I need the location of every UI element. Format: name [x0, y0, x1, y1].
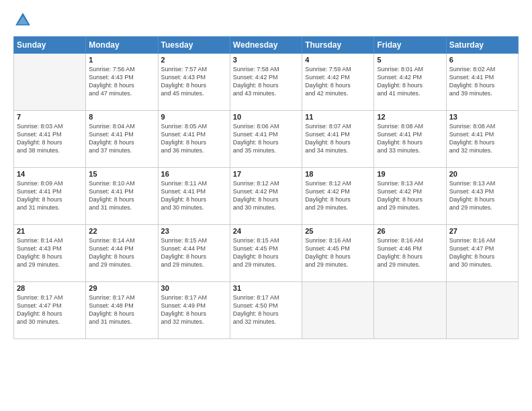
day-info: Sunrise: 8:15 AMSunset: 4:44 PMDaylight:… [161, 236, 227, 269]
day-cell: 22Sunrise: 8:14 AMSunset: 4:44 PMDayligh… [86, 225, 158, 282]
day-number: 6 [449, 56, 515, 64]
day-number: 16 [161, 170, 227, 178]
day-cell: 31Sunrise: 8:17 AMSunset: 4:50 PMDayligh… [230, 282, 302, 339]
day-number: 26 [377, 227, 443, 235]
week-row-4: 21Sunrise: 8:14 AMSunset: 4:43 PMDayligh… [14, 225, 519, 282]
day-cell: 20Sunrise: 8:13 AMSunset: 4:43 PMDayligh… [446, 168, 518, 225]
col-header-thursday: Thursday [302, 37, 374, 54]
col-header-saturday: Saturday [446, 37, 518, 54]
day-cell: 19Sunrise: 8:13 AMSunset: 4:42 PMDayligh… [374, 168, 446, 225]
calendar-body: 1Sunrise: 7:56 AMSunset: 4:43 PMDaylight… [14, 54, 519, 339]
day-info: Sunrise: 8:17 AMSunset: 4:49 PMDaylight:… [161, 293, 227, 326]
day-info: Sunrise: 8:16 AMSunset: 4:47 PMDaylight:… [449, 236, 515, 269]
day-cell: 14Sunrise: 8:09 AMSunset: 4:41 PMDayligh… [14, 168, 86, 225]
day-number: 19 [377, 170, 443, 178]
day-number: 28 [17, 284, 83, 292]
day-cell: 25Sunrise: 8:16 AMSunset: 4:45 PMDayligh… [302, 225, 374, 282]
day-cell: 28Sunrise: 8:17 AMSunset: 4:47 PMDayligh… [14, 282, 86, 339]
calendar-header: SundayMondayTuesdayWednesdayThursdayFrid… [14, 37, 519, 54]
day-info: Sunrise: 8:15 AMSunset: 4:45 PMDaylight:… [233, 236, 299, 269]
logo [13, 11, 35, 30]
day-info: Sunrise: 8:04 AMSunset: 4:41 PMDaylight:… [89, 122, 154, 155]
day-number: 7 [17, 113, 83, 121]
day-number: 2 [161, 56, 227, 64]
day-cell: 16Sunrise: 8:11 AMSunset: 4:41 PMDayligh… [158, 168, 230, 225]
col-header-tuesday: Tuesday [158, 37, 230, 54]
day-number: 12 [377, 113, 443, 121]
day-cell: 30Sunrise: 8:17 AMSunset: 4:49 PMDayligh… [158, 282, 230, 339]
day-info: Sunrise: 8:17 AMSunset: 4:50 PMDaylight:… [233, 293, 299, 326]
day-cell: 1Sunrise: 7:56 AMSunset: 4:43 PMDaylight… [86, 54, 158, 111]
week-row-2: 7Sunrise: 8:03 AMSunset: 4:41 PMDaylight… [14, 111, 519, 168]
day-cell: 23Sunrise: 8:15 AMSunset: 4:44 PMDayligh… [158, 225, 230, 282]
day-info: Sunrise: 8:16 AMSunset: 4:45 PMDaylight:… [305, 236, 371, 269]
day-cell [446, 282, 518, 339]
day-number: 25 [305, 227, 371, 235]
day-number: 13 [449, 113, 515, 121]
day-info: Sunrise: 8:14 AMSunset: 4:43 PMDaylight:… [17, 236, 83, 269]
day-cell [14, 54, 86, 111]
day-info: Sunrise: 8:06 AMSunset: 4:41 PMDaylight:… [233, 122, 299, 155]
week-row-3: 14Sunrise: 8:09 AMSunset: 4:41 PMDayligh… [14, 168, 519, 225]
day-info: Sunrise: 8:16 AMSunset: 4:46 PMDaylight:… [377, 236, 443, 269]
day-number: 10 [233, 113, 299, 121]
day-info: Sunrise: 8:17 AMSunset: 4:47 PMDaylight:… [17, 293, 83, 326]
day-number: 20 [449, 170, 515, 178]
day-info: Sunrise: 8:14 AMSunset: 4:44 PMDaylight:… [89, 236, 154, 269]
calendar-table: SundayMondayTuesdayWednesdayThursdayFrid… [13, 36, 519, 339]
day-number: 1 [89, 56, 154, 64]
day-cell: 5Sunrise: 8:01 AMSunset: 4:42 PMDaylight… [374, 54, 446, 111]
day-cell [302, 282, 374, 339]
col-header-wednesday: Wednesday [230, 37, 302, 54]
day-cell: 11Sunrise: 8:07 AMSunset: 4:41 PMDayligh… [302, 111, 374, 168]
day-cell: 17Sunrise: 8:12 AMSunset: 4:42 PMDayligh… [230, 168, 302, 225]
day-cell: 9Sunrise: 8:05 AMSunset: 4:41 PMDaylight… [158, 111, 230, 168]
col-header-friday: Friday [374, 37, 446, 54]
day-info: Sunrise: 7:57 AMSunset: 4:43 PMDaylight:… [161, 65, 227, 98]
day-number: 8 [89, 113, 154, 121]
day-cell: 15Sunrise: 8:10 AMSunset: 4:41 PMDayligh… [86, 168, 158, 225]
col-header-monday: Monday [86, 37, 158, 54]
day-info: Sunrise: 8:02 AMSunset: 4:41 PMDaylight:… [449, 65, 515, 98]
day-info: Sunrise: 8:08 AMSunset: 4:41 PMDaylight:… [449, 122, 515, 155]
day-number: 31 [233, 284, 299, 292]
logo-icon [13, 11, 32, 30]
day-cell: 29Sunrise: 8:17 AMSunset: 4:48 PMDayligh… [86, 282, 158, 339]
day-number: 29 [89, 284, 154, 292]
day-number: 22 [89, 227, 154, 235]
day-number: 3 [233, 56, 299, 64]
day-cell: 4Sunrise: 7:59 AMSunset: 4:42 PMDaylight… [302, 54, 374, 111]
day-cell [374, 282, 446, 339]
day-number: 27 [449, 227, 515, 235]
day-cell: 24Sunrise: 8:15 AMSunset: 4:45 PMDayligh… [230, 225, 302, 282]
day-number: 11 [305, 113, 371, 121]
day-info: Sunrise: 8:08 AMSunset: 4:41 PMDaylight:… [377, 122, 443, 155]
day-info: Sunrise: 8:09 AMSunset: 4:41 PMDaylight:… [17, 179, 83, 212]
week-row-5: 28Sunrise: 8:17 AMSunset: 4:47 PMDayligh… [14, 282, 519, 339]
day-number: 23 [161, 227, 227, 235]
day-cell: 12Sunrise: 8:08 AMSunset: 4:41 PMDayligh… [374, 111, 446, 168]
page: SundayMondayTuesdayWednesdayThursdayFrid… [0, 0, 532, 411]
day-info: Sunrise: 7:56 AMSunset: 4:43 PMDaylight:… [89, 65, 154, 98]
day-info: Sunrise: 8:01 AMSunset: 4:42 PMDaylight:… [377, 65, 443, 98]
day-number: 30 [161, 284, 227, 292]
day-info: Sunrise: 7:58 AMSunset: 4:42 PMDaylight:… [233, 65, 299, 98]
day-cell: 2Sunrise: 7:57 AMSunset: 4:43 PMDaylight… [158, 54, 230, 111]
day-number: 17 [233, 170, 299, 178]
day-info: Sunrise: 8:12 AMSunset: 4:42 PMDaylight:… [233, 179, 299, 212]
day-cell: 27Sunrise: 8:16 AMSunset: 4:47 PMDayligh… [446, 225, 518, 282]
day-number: 9 [161, 113, 227, 121]
day-cell: 3Sunrise: 7:58 AMSunset: 4:42 PMDaylight… [230, 54, 302, 111]
day-cell: 7Sunrise: 8:03 AMSunset: 4:41 PMDaylight… [14, 111, 86, 168]
day-info: Sunrise: 8:17 AMSunset: 4:48 PMDaylight:… [89, 293, 154, 326]
day-info: Sunrise: 8:07 AMSunset: 4:41 PMDaylight:… [305, 122, 371, 155]
header-row: SundayMondayTuesdayWednesdayThursdayFrid… [14, 37, 519, 54]
day-cell: 8Sunrise: 8:04 AMSunset: 4:41 PMDaylight… [86, 111, 158, 168]
day-number: 24 [233, 227, 299, 235]
day-info: Sunrise: 8:10 AMSunset: 4:41 PMDaylight:… [89, 179, 154, 212]
header [13, 11, 519, 30]
day-cell: 10Sunrise: 8:06 AMSunset: 4:41 PMDayligh… [230, 111, 302, 168]
day-number: 18 [305, 170, 371, 178]
day-number: 5 [377, 56, 443, 64]
day-number: 15 [89, 170, 154, 178]
